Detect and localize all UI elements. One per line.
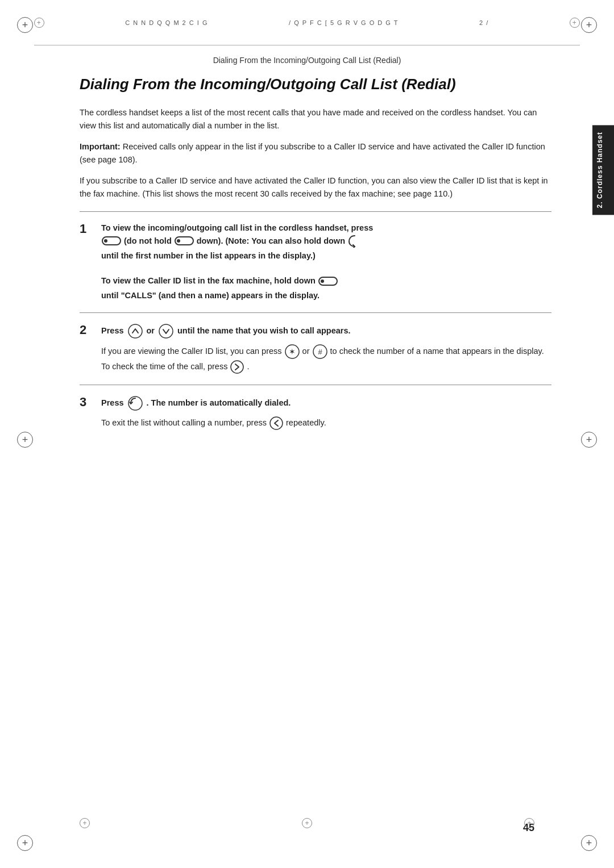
step-2-body-or: or — [302, 346, 312, 355]
step-2-body-period: . — [247, 361, 250, 370]
svg-point-14 — [270, 417, 283, 429]
step-2-press-label: Press — [101, 325, 124, 337]
step-3-header-line: Press . The number is automatically dial… — [101, 395, 291, 411]
svg-point-5 — [321, 279, 324, 283]
step-1-sub1b: down). (Note: You can also hold down — [197, 235, 345, 248]
reg-mark-top-right — [581, 17, 597, 33]
curved-arrow-icon-1 — [347, 234, 362, 248]
ftr-reg-center — [302, 818, 312, 828]
content-area: Dialing From the Incoming/Outgoing Call … — [80, 69, 551, 431]
svg-point-1 — [104, 239, 107, 243]
important-text: Received calls only appear in the list i… — [80, 142, 545, 164]
handset-icon-3 — [318, 275, 338, 287]
step-1-header: 1 To view the incoming/outgoing call lis… — [80, 222, 551, 302]
footer-left-marks — [80, 818, 90, 828]
step-1-subline-2: To view the Caller ID list in the fax ma… — [101, 275, 551, 302]
step-1-block: 1 To view the incoming/outgoing call lis… — [80, 222, 551, 302]
svg-point-3 — [177, 239, 180, 243]
step-2-block: 2 Press or until the name that you w — [80, 323, 551, 374]
main-title: Dialing From the Incoming/Outgoing Call … — [80, 75, 551, 94]
svg-point-12 — [231, 361, 243, 373]
intro-paragraph: The cordless handset keeps a list of the… — [80, 106, 551, 132]
header-right-code: 2 / — [479, 19, 489, 26]
caller-id-note: If you subscribe to a Caller ID service … — [80, 174, 551, 201]
reg-mark-top-left — [17, 17, 33, 33]
step-2-or-label: or — [147, 325, 155, 337]
step-3-header: 3 Press . The number is automatically di… — [80, 395, 551, 411]
reg-mark-bottom-left — [17, 835, 33, 851]
right-arrow-btn — [230, 360, 244, 374]
footer-center-mark — [302, 818, 312, 828]
step-1-sub2b: until "CALLS" (and then a name) appears … — [101, 290, 320, 302]
step-3-auto-dial: . The number is automatically dialed. — [147, 397, 291, 410]
step-3-content: Press . The number is automatically dial… — [101, 395, 551, 411]
handset-icon-1 — [101, 235, 122, 247]
step-2-body-1: If you are viewing the Caller ID list, y… — [101, 346, 284, 355]
handset-icon-2 — [174, 235, 194, 247]
hash-btn: # — [312, 344, 328, 360]
up-arrow-btn — [127, 323, 143, 339]
hdr-reg-right — [570, 18, 580, 28]
header-bar: C N N D Q Q M 2 C I G / Q P F C [ 5 G R … — [34, 0, 580, 45]
step-2-header-line: Press or until the name that you wish to… — [101, 323, 351, 339]
step-3-exit-text: To exit the list without calling a numbe… — [101, 418, 267, 427]
footer-right-marks — [524, 818, 534, 828]
hdr-reg-left — [34, 18, 44, 28]
star-btn: ✶ — [284, 344, 300, 360]
step-3-press-label: Press — [101, 397, 124, 410]
step-3-repeatedly: repeatedly. — [286, 418, 326, 427]
reg-mark-bottom-right — [581, 835, 597, 851]
step-1-sub1: (do not hold — [124, 235, 172, 248]
svg-point-6 — [128, 324, 142, 338]
down-arrow-btn — [158, 323, 174, 339]
ftr-reg-left — [80, 818, 90, 828]
step-3-body: To exit the list without calling a numbe… — [101, 416, 551, 431]
divider-1 — [80, 211, 551, 212]
header-center-code: / Q P F C [ 5 G R V G O D G T — [289, 19, 399, 26]
step-3-body-text: To exit the list without calling a numbe… — [101, 416, 551, 431]
divider-3 — [80, 385, 551, 385]
step-1-content: To view the incoming/outgoing call list … — [101, 222, 551, 302]
step-1-number: 1 — [80, 222, 96, 236]
step-1-sub2: To view the Caller ID list in the fax ma… — [101, 275, 316, 287]
header-left-code: C N N D Q Q M 2 C I G — [125, 19, 208, 26]
important-label: Important: — [80, 142, 121, 151]
reg-mark-side-right — [581, 432, 597, 448]
svg-point-7 — [159, 324, 173, 338]
left-arrow-btn — [269, 416, 284, 431]
svg-text:✶: ✶ — [289, 347, 296, 356]
step-3-block: 3 Press . The number is automatically di… — [80, 395, 551, 431]
chapter-tab: 2. Cordless Handset — [592, 125, 614, 215]
step-3-number: 3 — [80, 395, 96, 409]
step-2-content: Press or until the name that you wish to… — [101, 323, 551, 339]
call-icon — [127, 395, 143, 411]
step-1-sub1c: until the first number in the list appea… — [101, 250, 316, 262]
step-2-until-label: until the name that you wish to call app… — [177, 325, 351, 337]
important-note: Important: Received calls only appear in… — [80, 140, 551, 166]
step-1-header-text: To view the incoming/outgoing call list … — [101, 223, 373, 232]
reg-mark-side-left — [17, 432, 33, 448]
svg-text:#: # — [318, 348, 322, 356]
divider-2 — [80, 312, 551, 313]
step-1-subline-1: (do not hold down). (Note: You can also … — [101, 234, 551, 262]
step-2-header: 2 Press or until the name that you w — [80, 323, 551, 339]
step-2-body: If you are viewing the Caller ID list, y… — [101, 344, 551, 374]
page-header-title: Dialing From the Incoming/Outgoing Call … — [0, 56, 614, 65]
ftr-reg-right — [524, 818, 534, 828]
step-2-body-text: If you are viewing the Caller ID list, y… — [101, 344, 551, 374]
step-2-number: 2 — [80, 323, 96, 337]
